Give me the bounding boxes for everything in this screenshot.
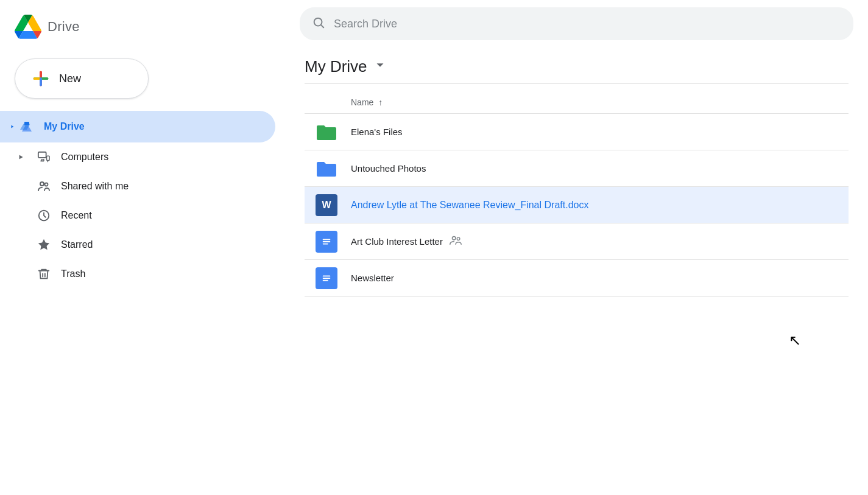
- title-dropdown-arrow[interactable]: [373, 58, 387, 75]
- search-input[interactable]: [334, 18, 841, 30]
- file-name-untouched-photos: Untouched Photos: [351, 163, 426, 174]
- folder-icon-untouched-photos: [314, 156, 339, 181]
- shared-with-me-icon: [37, 179, 51, 194]
- page-title: My Drive: [305, 57, 367, 76]
- sort-icon: ↑: [378, 97, 383, 107]
- computers-icon: [37, 150, 51, 164]
- content-area: My Drive Name ↑: [285, 47, 868, 495]
- svg-rect-24: [323, 241, 331, 242]
- svg-point-15: [45, 183, 48, 186]
- gdoc-icon-newsletter: [314, 266, 339, 290]
- svg-point-27: [457, 237, 460, 240]
- table-header: Name ↑: [305, 91, 849, 114]
- sidebar-item-label-computers: Computers: [61, 152, 108, 163]
- file-name-elenas-files: Elena's Files: [351, 127, 403, 137]
- svg-marker-17: [38, 239, 49, 250]
- sidebar-item-computers[interactable]: Computers: [0, 142, 275, 172]
- svg-rect-30: [323, 279, 328, 281]
- sidebar: Drive New My Drive: [0, 0, 285, 495]
- name-column-header[interactable]: Name ↑: [305, 91, 849, 114]
- svg-rect-7: [24, 122, 29, 125]
- logo-area: Drive: [0, 10, 285, 54]
- page-title-row: My Drive: [305, 57, 849, 84]
- plus-icon: [30, 68, 52, 90]
- svg-marker-6: [11, 125, 13, 128]
- shared-icon-art-club: [449, 234, 462, 248]
- search-bar[interactable]: [300, 7, 853, 40]
- table-row[interactable]: Elena's Files: [305, 114, 849, 150]
- expand-arrow-my-drive[interactable]: [0, 111, 15, 142]
- sidebar-item-label-shared: Shared with me: [61, 181, 129, 192]
- sidebar-item-label-my-drive: My Drive: [44, 121, 85, 132]
- svg-marker-22: [376, 63, 383, 67]
- starred-icon: [37, 237, 51, 252]
- app-title: Drive: [48, 19, 80, 35]
- table-row[interactable]: Untouched Photos: [305, 150, 849, 187]
- file-name-art-club: Art Club Interest Letter: [351, 236, 443, 247]
- svg-rect-29: [323, 278, 331, 279]
- svg-point-14: [40, 182, 44, 186]
- search-icon: [312, 16, 325, 32]
- svg-rect-25: [323, 243, 328, 244]
- expand-icon-computers: [15, 151, 27, 163]
- svg-point-26: [452, 237, 456, 240]
- sidebar-item-my-drive[interactable]: My Drive: [0, 111, 275, 142]
- file-name-newsletter: Newsletter: [351, 273, 394, 283]
- svg-marker-8: [19, 155, 23, 159]
- table-row[interactable]: W Andrew Lytle at The Sewanee Review_Fin…: [305, 187, 849, 223]
- svg-rect-28: [323, 275, 331, 276]
- svg-rect-12: [47, 156, 50, 160]
- sidebar-item-trash[interactable]: Trash: [0, 259, 275, 289]
- folder-icon-elenas-files: [314, 120, 339, 144]
- recent-icon: [37, 208, 51, 223]
- file-name-andrew-lytle: Andrew Lytle at The Sewanee Review_Final…: [351, 200, 588, 211]
- svg-line-21: [321, 25, 323, 27]
- sidebar-item-label-recent: Recent: [61, 210, 92, 221]
- gdoc-icon-art-club: [314, 230, 339, 254]
- table-row[interactable]: Newsletter: [305, 260, 849, 297]
- trash-icon: [37, 267, 51, 281]
- right-arrow-icon: [10, 123, 15, 130]
- sidebar-item-shared-with-me[interactable]: Shared with me: [0, 172, 275, 201]
- sidebar-item-recent[interactable]: Recent: [0, 201, 275, 230]
- my-drive-icon: [17, 111, 37, 142]
- google-drive-logo: [15, 15, 41, 39]
- sidebar-item-starred[interactable]: Starred: [0, 230, 275, 259]
- svg-rect-9: [38, 152, 46, 158]
- new-button-label: New: [59, 72, 81, 85]
- word-icon-andrew-lytle: W: [314, 193, 339, 217]
- svg-rect-23: [323, 239, 331, 240]
- sidebar-item-label-starred: Starred: [61, 239, 93, 250]
- main-content: My Drive Name ↑: [285, 0, 868, 495]
- sidebar-item-label-trash: Trash: [61, 269, 85, 279]
- new-button[interactable]: New: [15, 58, 149, 99]
- table-row[interactable]: Art Club Interest Letter: [305, 223, 849, 260]
- files-table: Name ↑ Elena's Files: [305, 91, 849, 297]
